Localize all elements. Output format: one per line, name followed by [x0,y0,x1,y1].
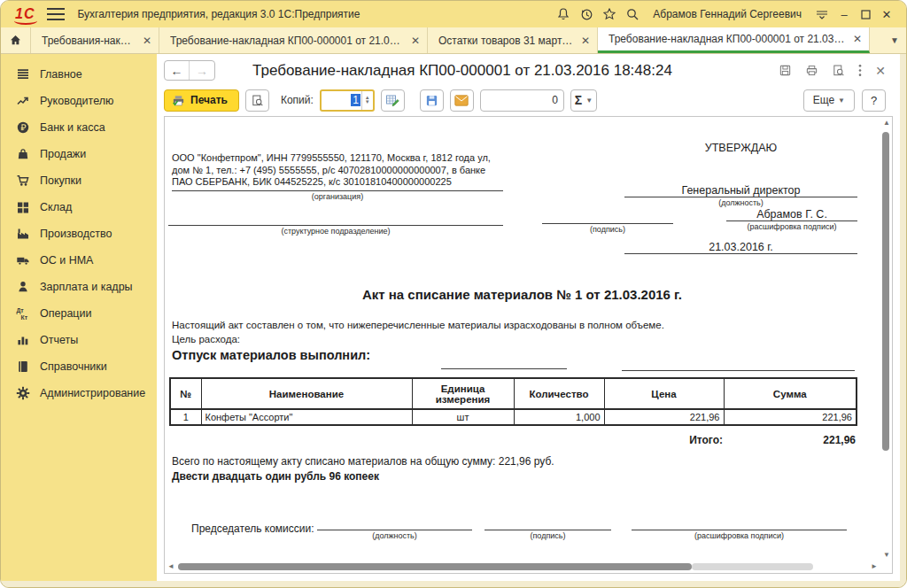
print-toolbar: Печать Копий: 1 ▲▼ [157,84,900,114]
act-title: Акт на списание материалов № 1 от 21.03.… [165,287,880,302]
sidebar-item-bank-cash[interactable]: Банк и касса [1,114,157,141]
save-icon[interactable] [779,64,792,77]
search-icon[interactable] [621,4,644,24]
tab-requirement-print[interactable]: Требование-накладная КП00-000001 от 21.0… [598,27,870,53]
tab-requirements-list[interactable]: Требования-накладные ✕ [31,27,159,53]
sidebar-item-payroll-hr[interactable]: Зарплата и кадры [1,274,157,300]
title-bar: 1С Бухгалтерия предприятия, редакция 3.0… [1,1,906,27]
forward-button: → [190,61,214,80]
close-window-button[interactable]: ✕ [876,4,897,24]
total-label: Итого: [689,434,723,446]
name-caption: (расшифровка подписи) [726,221,857,231]
position-value: Генеральный директор [624,184,857,197]
copies-value: 1 [351,94,360,106]
signature-name: Абрамов Г. С. [726,208,857,221]
chart-icon [16,333,30,347]
sidebar-item-production[interactable]: Производство [1,220,157,247]
horizontal-scrollbar-track[interactable] [692,563,813,570]
maximize-button[interactable] [855,4,876,24]
scroll-right-icon[interactable]: ► [871,563,878,570]
col-quantity: Количество [514,378,604,409]
sidebar-item-reports[interactable]: Отчеты [1,327,157,353]
tab-stock-report[interactable]: Остатки товаров 31 марта 2021 г. ✕ [428,27,598,53]
print-icon[interactable] [805,64,818,77]
copies-stepper[interactable]: 1 ▲▼ [320,89,375,112]
edit-table-button[interactable] [381,89,405,112]
factory-icon [16,227,30,241]
chairman-label: Председатель комиссии: [191,522,314,535]
preview-icon [251,94,264,107]
scroll-left-icon[interactable]: ◄ [167,563,174,570]
spreadsheet-document: ООО "Конфетпром", ИНН 7799555550, 121170… [164,116,893,574]
tab-close-icon[interactable]: ✕ [143,35,151,47]
ruble-icon [16,120,30,135]
form-title: Требование-накладная КП00-000001 от 21.0… [252,62,672,80]
warehouse-icon [16,200,30,214]
vertical-scrollbar-thumb[interactable] [882,132,889,451]
signature-caption: (подпись) [542,224,673,234]
dtkt-icon: ДтКт [16,306,30,321]
bag-icon [16,147,30,161]
approve-date: 21.03.2016 г. [624,241,857,254]
tab-close-icon[interactable]: ✕ [853,33,862,45]
horizontal-scrollbar-thumb[interactable] [178,563,692,570]
preview-button[interactable] [245,89,269,112]
tab-close-icon[interactable]: ✕ [581,35,590,47]
current-user[interactable]: Абрамов Геннадий Сергеевич [653,8,802,20]
form-area: ← → Требование-накладная КП00-000001 от … [157,54,900,581]
envelope-icon [454,95,469,106]
scroll-down-icon[interactable]: ▼ [883,552,890,559]
service-menu-icon[interactable] [810,4,833,24]
organization-caption: (организация) [172,191,503,201]
sidebar-item-references[interactable]: Справочники [1,353,157,380]
save-file-button[interactable] [420,89,444,112]
vertical-scrollbar[interactable]: ▲ ▼ [880,118,891,561]
favorites-star-icon[interactable] [598,4,621,24]
position-caption: (должность) [624,197,857,207]
chairman-position-block: (должность) [317,517,472,540]
document-page: ООО "Конфетпром", ИНН 7799555550, 121170… [165,117,880,561]
sidebar-item-warehouse[interactable]: Склад [1,194,157,220]
home-tab[interactable] [1,27,31,53]
sidebar-item-sales[interactable]: Продажи [1,141,157,167]
tab-requirement-document[interactable]: Требование-накладная КП00-000001 от 21.0… [159,27,428,53]
sidebar-item-operations[interactable]: ДтКт Операции [1,300,157,327]
help-button[interactable]: ? [862,89,886,112]
sidebar-item-purchases[interactable]: Покупки [1,167,157,194]
sum-button[interactable]: Σ ▼ [570,89,597,112]
sidebar-item-main[interactable]: Главное [1,61,157,88]
chevron-down-icon: ▼ [585,97,593,104]
trend-icon [16,94,30,108]
notifications-bell-icon[interactable] [552,4,575,24]
sidebar-item-fixed-assets[interactable]: ОС и НМА [1,247,157,274]
print-button[interactable]: Печать [164,89,239,112]
signature-block: (подпись) [542,211,673,234]
chevron-down-icon: ▼ [838,97,845,104]
purpose-label: Цель расхода: [172,334,240,344]
performed-label: Отпуск материалов выполнил: [172,348,370,362]
history-icon[interactable] [575,4,598,24]
page-number-field[interactable]: 0 [480,89,564,112]
horizontal-scrollbar[interactable]: ◄ ► [166,561,880,572]
window-title: Бухгалтерия предприятия, редакция 3.0 1С… [77,8,360,20]
send-email-button[interactable] [450,89,474,112]
sidebar-item-administration[interactable]: Администрирование [1,380,157,406]
preview-icon[interactable] [832,64,845,77]
printer-icon [172,94,185,107]
scroll-up-icon[interactable]: ▲ [883,120,890,127]
organization-info: ООО "Конфетпром", ИНН 7799555550, 121170… [172,152,503,191]
approve-label: УТВЕРЖДАЮ [624,142,857,154]
more-menu-icon[interactable] [858,64,862,77]
sidebar-item-manager[interactable]: Руководителю [1,88,157,114]
book-icon [16,360,30,374]
stepper-arrows[interactable]: ▲▼ [361,91,373,110]
close-form-icon[interactable]: ✕ [875,64,886,78]
menu-icon [16,67,30,81]
tab-close-icon[interactable]: ✕ [411,35,420,47]
back-button[interactable]: ← [165,61,190,80]
main-menu-icon[interactable] [47,8,65,20]
tabs-dropdown-icon[interactable]: ▼ [883,27,906,53]
minimize-button[interactable]: – [833,4,855,24]
tab-bar: Требования-накладные ✕ Требование-наклад… [1,27,906,54]
more-button[interactable]: Еще ▼ [803,89,855,112]
